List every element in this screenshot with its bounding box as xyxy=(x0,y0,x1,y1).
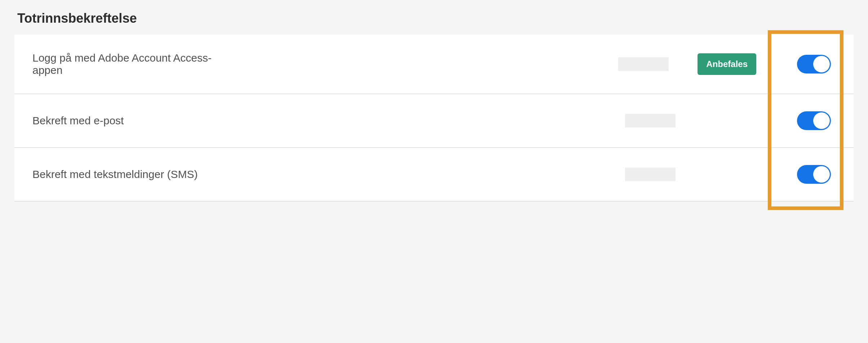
value-placeholder xyxy=(618,57,669,71)
value-placeholder xyxy=(625,168,676,181)
value-placeholder xyxy=(625,114,676,128)
setting-row-sms: Bekreft med tekstmeldinger (SMS) xyxy=(14,148,854,201)
toggle-email[interactable] xyxy=(797,111,831,130)
setting-label: Bekreft med tekstmeldinger (SMS) xyxy=(32,168,242,181)
setting-label: Bekreft med e-post xyxy=(32,115,242,127)
toggle-knob xyxy=(813,166,830,183)
toggle-knob xyxy=(813,56,830,72)
section-title: Totrinnsbekreftelse xyxy=(17,11,854,26)
setting-row-email: Bekreft med e-post xyxy=(14,94,854,148)
toggle-knob xyxy=(813,112,830,129)
toggle-sms[interactable] xyxy=(797,165,831,184)
toggle-adobe-app[interactable] xyxy=(797,55,831,74)
two-step-settings-panel: Logg på med Adobe Account Access-appen A… xyxy=(14,35,854,201)
setting-label: Logg på med Adobe Account Access-appen xyxy=(32,52,242,76)
recommended-badge: Anbefales xyxy=(698,53,756,75)
setting-row-adobe-app: Logg på med Adobe Account Access-appen A… xyxy=(14,35,854,94)
